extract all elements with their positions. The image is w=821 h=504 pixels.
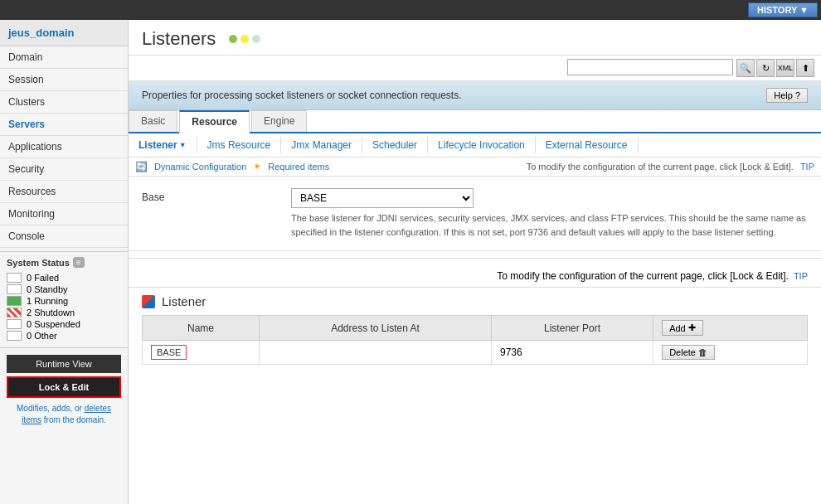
dynamic-config-icon: 🔄 (135, 161, 148, 172)
base-control: BASE The base listener for JDNI services… (291, 188, 808, 239)
dynamic-config-link[interactable]: Dynamic Configuration (154, 162, 246, 172)
sub-tab-listener[interactable]: Listener ▼ (129, 137, 197, 153)
dot-light (252, 35, 260, 43)
add-icon: ✚ (688, 322, 696, 333)
failed-indicator (7, 273, 22, 283)
modify-bar: To modify the configuration of the curre… (129, 265, 821, 288)
table-row: BASE 9736 Delete 🗑 (143, 341, 808, 365)
base-description: The base listener for JDNI services, sec… (291, 211, 808, 239)
base-cell: BASE (151, 345, 187, 360)
info-banner-text: Properties for processing socket listene… (142, 90, 462, 101)
sidebar-item-applications[interactable]: Applications (0, 136, 128, 158)
col-add: Add ✚ (653, 316, 808, 341)
sidebar: jeus_domain Domain Session Clusters Serv… (0, 20, 129, 504)
listener-title-icon (142, 295, 155, 308)
sub-tab-arrow: ▼ (179, 141, 187, 149)
sub-tabs: Listener ▼ Jms Resource Jmx Manager Sche… (129, 133, 821, 158)
action-modify-text: To modify the configuration of the curre… (527, 162, 794, 172)
other-indicator (7, 331, 22, 341)
row-name: BASE (143, 341, 260, 365)
page-title-dots (229, 35, 260, 43)
sub-tab-scheduler[interactable]: Scheduler (362, 137, 428, 153)
sidebar-item-console[interactable]: Console (0, 225, 128, 248)
divider (129, 258, 821, 259)
dot-green (229, 35, 237, 43)
xml-button[interactable]: XML (776, 59, 794, 77)
listener-table: Name Address to Listen At Listener Port … (142, 315, 808, 365)
base-label: Base (142, 188, 291, 203)
table-header-row: Name Address to Listen At Listener Port … (143, 316, 808, 341)
sidebar-domain[interactable]: jeus_domain (0, 20, 128, 46)
sidebar-desc-part1: Modifies, adds, or (17, 404, 82, 413)
add-button[interactable]: Add ✚ (662, 320, 703, 336)
system-status-title: System Status ≡ (7, 257, 121, 268)
sub-tab-external-resource[interactable]: External Resource (536, 137, 639, 153)
tabs-row: Basic Resource Engine (129, 110, 821, 133)
delete-icon: 🗑 (698, 347, 707, 357)
required-items-link[interactable]: Required items (268, 162, 329, 172)
col-name: Name (143, 316, 260, 341)
base-select[interactable]: BASE (291, 188, 474, 208)
refresh-button[interactable]: ↻ (756, 59, 775, 77)
delete-button[interactable]: Delete 🗑 (662, 345, 715, 360)
row-address (260, 341, 492, 365)
sidebar-buttons: Runtime View Lock & Edit Modifies, adds,… (0, 347, 128, 433)
listener-title-text: Listener (162, 294, 206, 308)
sub-tab-jmx-manager[interactable]: Jmx Manager (281, 137, 362, 153)
row-port: 9736 (491, 341, 653, 365)
status-suspended: 0 Suspended (7, 319, 121, 329)
col-address: Address to Listen At (260, 316, 492, 341)
base-form-row: Base BASE The base listener for JDNI ser… (142, 183, 808, 244)
dot-yellow (240, 35, 249, 43)
modify-bar-tip[interactable]: TIP (794, 271, 808, 281)
sidebar-item-security[interactable]: Security (0, 158, 128, 181)
status-shutdown: 2 Shutdown (7, 308, 121, 317)
export-button[interactable]: ⬆ (796, 59, 814, 77)
tab-basic[interactable]: Basic (129, 110, 177, 132)
listener-section: Listener Name Address to Listen At Liste… (129, 288, 821, 371)
required-icon: ✴ (253, 161, 261, 172)
sidebar-item-domain[interactable]: Domain (0, 46, 128, 69)
action-tip-link[interactable]: TIP (800, 162, 814, 172)
suspended-indicator (7, 319, 22, 329)
sidebar-item-session[interactable]: Session (0, 69, 128, 91)
modify-bar-text: To modify the configuration of the curre… (497, 270, 789, 282)
page-header: Listeners (129, 20, 821, 56)
search-button[interactable]: 🔍 (736, 59, 755, 77)
status-running: 1 Running (7, 296, 121, 306)
search-icons: 🔍 ↻ XML ⬆ (736, 59, 814, 77)
shutdown-indicator (7, 308, 22, 317)
lock-edit-button[interactable]: Lock & Edit (7, 376, 121, 398)
system-status: System Status ≡ 0 Failed 0 Standby 1 Run… (0, 251, 128, 347)
sub-tab-lifecycle-invocation[interactable]: Lifecycle Invocation (428, 137, 536, 153)
page-title: Listeners (142, 28, 216, 50)
history-button[interactable]: HISTORY ▼ (748, 2, 818, 17)
status-standby: 0 Standby (7, 284, 121, 294)
search-input[interactable] (567, 59, 733, 75)
form-section: Base BASE The base listener for JDNI ser… (129, 177, 821, 251)
search-bar-area: 🔍 ↻ XML ⬆ (129, 56, 821, 81)
tab-resource[interactable]: Resource (179, 110, 250, 133)
sidebar-item-monitoring[interactable]: Monitoring (0, 203, 128, 225)
sidebar-description: Modifies, adds, or deletes items from th… (7, 403, 121, 426)
status-other: 0 Other (7, 331, 121, 341)
runtime-view-button[interactable]: Runtime View (7, 355, 121, 373)
row-delete: Delete 🗑 (653, 341, 808, 365)
sidebar-item-clusters[interactable]: Clusters (0, 91, 128, 114)
running-indicator (7, 296, 22, 306)
tab-engine[interactable]: Engine (251, 110, 307, 132)
listener-title: Listener (142, 294, 808, 308)
main-layout: jeus_domain Domain Session Clusters Serv… (0, 20, 821, 504)
info-banner: Properties for processing socket listene… (129, 81, 821, 110)
sidebar-item-resources[interactable]: Resources (0, 181, 128, 203)
content-area: Listeners 🔍 ↻ XML ⬆ Properties for proce… (129, 20, 821, 504)
action-bar: 🔄 Dynamic Configuration ✴ Required items… (129, 158, 821, 177)
sidebar-item-servers[interactable]: Servers (0, 114, 128, 136)
standby-indicator (7, 284, 22, 294)
history-label: HISTORY ▼ (757, 5, 809, 15)
sub-tab-jms-resource[interactable]: Jms Resource (197, 137, 282, 153)
sidebar-desc-part3: from the domain. (44, 415, 106, 424)
help-button[interactable]: Help ? (766, 88, 808, 103)
col-port: Listener Port (491, 316, 653, 341)
status-failed: 0 Failed (7, 273, 121, 283)
